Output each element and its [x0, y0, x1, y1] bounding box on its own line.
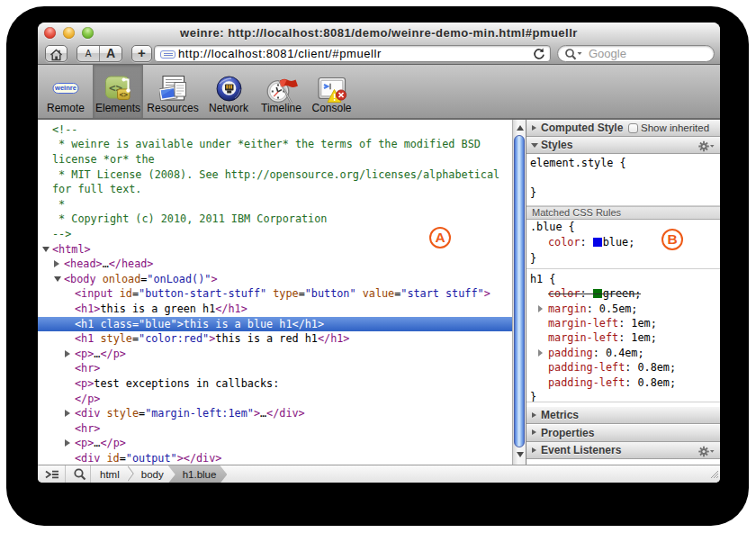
dom-tree-row[interactable]: * MIT License (2008). See http://opensou…: [38, 167, 512, 183]
gear-icon[interactable]: [698, 140, 715, 152]
css-selector[interactable]: element.style {: [526, 157, 626, 169]
css-property-name[interactable]: color: [548, 236, 580, 248]
css-property-row[interactable]: color: blue;: [526, 235, 720, 250]
css-property-row[interactable]: margin-left: 1em;: [526, 330, 720, 346]
dom-tree-row[interactable]: <head>…</head>: [38, 257, 512, 272]
section-collapsed-icon[interactable]: [532, 447, 536, 453]
css-property-value[interactable]: 0.8em;: [637, 361, 676, 374]
disclosure-open-icon[interactable]: [54, 276, 61, 282]
css-property-name[interactable]: padding-left: [548, 376, 625, 389]
breadcrumb-item-body[interactable]: body: [135, 465, 170, 483]
css-property-name[interactable]: color: [548, 287, 580, 300]
reload-button[interactable]: [532, 47, 546, 61]
sidebar-section-computed-style[interactable]: Computed StyleShow inherited: [526, 120, 720, 137]
gear-icon[interactable]: [698, 446, 715, 457]
sidebar-section-event-listeners[interactable]: Event Listeners: [526, 442, 720, 459]
disclosure-closed-icon[interactable]: [65, 439, 70, 447]
css-property-value[interactable]: blue;: [603, 236, 635, 248]
css-property-value[interactable]: green;: [603, 287, 642, 300]
tree-scrollbar[interactable]: [512, 120, 526, 465]
dom-tree-row[interactable]: <hr>: [38, 361, 512, 376]
dom-tree-row[interactable]: <div id="output"></div>: [38, 451, 512, 465]
color-swatch[interactable]: [593, 289, 602, 298]
section-options-button[interactable]: [698, 140, 715, 156]
dom-tree-row[interactable]: <div style="margin-left:1em">…</div>: [38, 406, 512, 421]
toolbar-item-timeline[interactable]: Timeline: [256, 65, 306, 118]
css-property-row[interactable]: margin: 0.5em;: [526, 302, 720, 317]
dom-tree-row[interactable]: <h1 style="color:red">this is a red h1</…: [38, 331, 512, 347]
css-selector[interactable]: .blue {: [526, 221, 575, 233]
sidebar-section-styles[interactable]: Styles: [526, 137, 720, 154]
disclosure-closed-icon[interactable]: [65, 410, 70, 417]
css-property-value[interactable]: 0.5em;: [599, 303, 638, 315]
breadcrumb-item-html[interactable]: html: [94, 465, 126, 483]
section-collapsed-icon[interactable]: [532, 412, 536, 418]
toolbar-item-resources[interactable]: Resources: [145, 65, 201, 118]
home-button[interactable]: [45, 45, 68, 62]
scrollbar-thumb[interactable]: [514, 135, 525, 447]
css-property-row[interactable]: padding-left: 0.8em;: [526, 360, 720, 375]
breadcrumb-item-h1-blue[interactable]: h1.blue: [168, 465, 228, 483]
css-property-name[interactable]: padding: [548, 347, 593, 359]
section-options-button[interactable]: [698, 445, 715, 461]
text-size-control[interactable]: A A: [76, 45, 122, 62]
css-property-name[interactable]: margin-left: [548, 331, 618, 344]
disclosure-open-icon[interactable]: [42, 247, 50, 252]
sidebar-section-metrics[interactable]: Metrics: [526, 407, 720, 424]
search-field[interactable]: Google: [557, 45, 715, 62]
search-nodes-button[interactable]: [72, 465, 88, 483]
dom-tree-row[interactable]: * weinre is available under *either* the…: [38, 137, 512, 152]
toolbar-item-console[interactable]: Console: [308, 65, 356, 118]
dom-tree-row[interactable]: </p>: [38, 392, 512, 407]
property-expand-icon[interactable]: [538, 349, 543, 357]
sidebar-section-properties[interactable]: Properties: [526, 425, 720, 442]
dom-tree-row[interactable]: <!--: [38, 122, 512, 138]
dom-tree-row[interactable]: *: [38, 197, 512, 212]
css-property-name[interactable]: margin: [548, 303, 587, 315]
css-property-row[interactable]: padding: 0.4em;: [526, 346, 720, 361]
increase-text-size-button[interactable]: A: [100, 46, 122, 61]
toolbar-item-network[interactable]: Network: [202, 65, 255, 118]
dom-tree-row[interactable]: <body onload="onLoad()">: [38, 272, 512, 287]
css-property-text: margin-left: 1em;: [526, 331, 657, 344]
dom-tree-row[interactable]: for full text.: [38, 182, 512, 197]
decrease-text-size-button[interactable]: A: [77, 46, 100, 61]
css-property-value[interactable]: 0.8em;: [637, 376, 676, 389]
window-titlebar[interactable]: weinre: http://localhost:8081/demo/weinr…: [38, 23, 720, 42]
dom-tree-row[interactable]: <hr>: [38, 421, 512, 437]
css-property-value[interactable]: 0.4em;: [606, 347, 644, 359]
property-expand-icon[interactable]: [538, 305, 543, 312]
css-property-value[interactable]: 1em;: [631, 331, 656, 344]
dom-tree-row[interactable]: <input id="button-start-stuff" type="but…: [38, 286, 512, 302]
css-property-name[interactable]: padding-left: [548, 361, 625, 374]
dom-tree-row[interactable]: <p>test exceptions in callbacks:: [38, 376, 512, 392]
dom-tree-row[interactable]: * Copyright (c) 2010, 2011 IBM Corporati…: [38, 212, 512, 227]
css-property-row[interactable]: margin-left: 1em;: [526, 316, 720, 331]
scroll-down-arrow-icon[interactable]: [517, 452, 524, 457]
section-open-icon[interactable]: [531, 143, 538, 148]
toolbar-item-remote[interactable]: weinreRemote: [39, 65, 93, 118]
toggle-console-button[interactable]: [43, 465, 61, 483]
css-property-row[interactable]: padding-left: 0.8em;: [526, 375, 720, 391]
disclosure-closed-icon[interactable]: [54, 260, 59, 267]
scroll-up-arrow-icon[interactable]: [517, 125, 524, 131]
disclosure-closed-icon[interactable]: [65, 350, 70, 357]
dom-tree-row[interactable]: <p>…</p>: [38, 436, 512, 451]
address-url[interactable]: http://localhost:8081/client/#pmuellr: [178, 46, 382, 62]
section-collapsed-icon[interactable]: [532, 429, 536, 435]
dom-tree-row[interactable]: <h1>this is a green h1</h1>: [38, 302, 512, 317]
resize-grip[interactable]: [707, 466, 719, 483]
color-swatch[interactable]: [593, 238, 602, 247]
css-property-value[interactable]: 1em;: [631, 317, 656, 330]
show-inherited-checkbox[interactable]: [628, 123, 638, 133]
address-bar[interactable]: http://localhost:8081/client/#pmuellr: [154, 45, 551, 62]
css-property-name[interactable]: margin-left: [548, 317, 618, 330]
new-tab-button[interactable]: +: [131, 45, 152, 62]
section-collapsed-icon[interactable]: [532, 125, 536, 131]
dom-tree-row[interactable]: license *or* the: [38, 152, 512, 167]
dom-tree-row[interactable]: <p>…</p>: [38, 347, 512, 362]
toolbar-item-elements[interactable]: <> <> Elements: [93, 65, 143, 118]
dom-tree-row-selected[interactable]: <h1 class="blue">this is a blue h1</h1>: [38, 317, 512, 332]
css-selector[interactable]: h1 {: [526, 273, 555, 285]
css-property-row[interactable]: color: green;: [526, 286, 720, 302]
